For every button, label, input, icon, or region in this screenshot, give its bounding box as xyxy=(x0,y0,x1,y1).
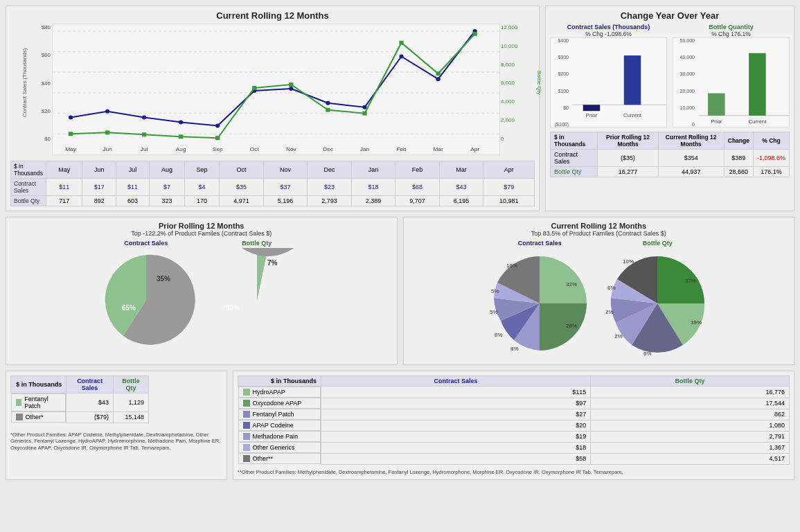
y-left-20: $20 xyxy=(12,108,51,114)
current-label-1: Oxycodone APAP xyxy=(253,400,302,407)
svg-text:93%: 93% xyxy=(226,304,240,312)
svg-point-7 xyxy=(105,109,109,114)
y-right-4000: 4,000 xyxy=(501,98,534,105)
fentanyl-color xyxy=(16,399,22,406)
svg-text:Prior: Prior xyxy=(586,112,598,118)
svg-text:6%: 6% xyxy=(643,351,652,357)
current-pie-subtitle: Top 83.5% of Product Familes (Contract S… xyxy=(408,230,790,237)
svg-rect-48 xyxy=(708,94,725,116)
svg-text:10%: 10% xyxy=(623,258,634,265)
cs-feb: $68 xyxy=(395,179,440,196)
col-sep: Sep xyxy=(184,161,219,179)
yoy-bq-current: 44,937 xyxy=(658,167,724,177)
yoy-cs-row: Contract Sales ($35) $354 $389 -1,098.6% xyxy=(551,150,790,167)
svg-text:Current: Current xyxy=(623,112,642,118)
col-jul: Jul xyxy=(116,161,149,179)
prior-pie-title: Prior Rolling 12 Months xyxy=(10,222,393,230)
bq-jan: 2,389 xyxy=(351,196,395,206)
svg-text:Jan: Jan xyxy=(360,146,369,152)
current-label-cell-5: Other Generics xyxy=(238,442,321,453)
svg-text:Jul: Jul xyxy=(141,146,148,152)
prior-other-cell: Other* xyxy=(11,411,66,423)
current-label-0: HydroAPAP xyxy=(253,389,285,396)
current-qty-3: 1,080 xyxy=(591,420,790,431)
svg-text:Apr: Apr xyxy=(470,146,479,152)
current-pie-title: Current Rolling 12 Months xyxy=(408,222,790,230)
prior-fentanyl-label: Fentanyl Patch xyxy=(24,396,61,409)
cs-mar: $43 xyxy=(439,179,483,196)
svg-text:2%: 2% xyxy=(605,309,614,315)
current-label-cell-4: Methadone Pain xyxy=(238,431,321,442)
yoy-cs-pct-val: -1,098.6% xyxy=(753,150,789,167)
yoy-bq-barchart: 50,00040,00030,00020,00010,0000 Prior Cu… xyxy=(673,37,790,127)
yoy-bottle-qty-chart: Bottle Quantity % Chg 176.1% 50,00040,00… xyxy=(673,24,790,127)
yoy-col-change: Change xyxy=(724,132,753,150)
current-sales-1: $97 xyxy=(321,398,591,409)
col-feb: Feb xyxy=(395,161,440,179)
bq-dec: 2,793 xyxy=(308,196,352,206)
svg-rect-27 xyxy=(399,41,403,45)
curr-col-label: $ in Thousands xyxy=(238,376,321,387)
prior-col-cs: Contract Sales xyxy=(66,376,114,393)
cs-nov: $37 xyxy=(263,179,308,196)
y-left-40: $40 xyxy=(12,80,51,87)
svg-point-12 xyxy=(289,87,293,91)
yoy-panel: Change Year Over Year Contract Sales (Th… xyxy=(545,6,794,211)
y-right-8000: 8,000 xyxy=(501,62,534,68)
prior-bottom-table-panel: $ in Thousands Contract Sales Bottle Qty… xyxy=(6,371,227,480)
current-qty-5: 1,367 xyxy=(591,442,790,453)
bq-nov: 5,196 xyxy=(263,196,308,206)
curr-col-bq: Bottle Qty xyxy=(591,376,790,387)
yoy-col-label: $ in Thousands xyxy=(551,132,598,150)
current-label-6: Other** xyxy=(253,455,274,462)
bq-feb: 9,707 xyxy=(395,196,440,206)
top-row: Current Rolling 12 Months xyxy=(6,6,794,211)
svg-text:May: May xyxy=(65,146,77,152)
y-left-0: $0 xyxy=(12,136,51,142)
current-note: **Other Product Families: Methylphenidat… xyxy=(238,469,790,476)
y-left-title: Contract Sales (Thousands) xyxy=(21,48,28,118)
prior-pie-panel: Prior Rolling 12 Months Top -122.2% of P… xyxy=(6,217,398,365)
svg-text:Current: Current xyxy=(748,118,767,125)
prior-note: *Other Product Families: APAP Codeine, M… xyxy=(10,432,222,452)
main-container: Current Rolling 12 Months xyxy=(0,0,800,486)
current-sales-5: $18 xyxy=(321,442,591,453)
yoy-charts-row: Contract Sales (Thousands) % Chg -1,098.… xyxy=(550,24,790,127)
svg-point-15 xyxy=(399,55,403,59)
svg-text:65%: 65% xyxy=(122,304,136,312)
col-apr: Apr xyxy=(483,161,535,179)
current-bottom-table-panel: $ in Thousands Contract Sales Bottle Qty… xyxy=(233,371,794,480)
svg-text:16%: 16% xyxy=(506,263,517,269)
yoy-bq-change: 28,660 xyxy=(724,167,753,177)
yoy-cs-row-label: Contract Sales xyxy=(551,150,598,167)
contract-sales-row: Contract Sales $11 $17 $11 $7 $4 $35 $37… xyxy=(11,179,535,196)
current-contract-pie: Contract Sales xyxy=(484,240,595,360)
prior-other-qty: 15,148 xyxy=(113,411,148,423)
svg-point-10 xyxy=(215,123,220,127)
current-label-2: Fentanyl Patch xyxy=(253,411,294,418)
svg-text:39%: 39% xyxy=(691,319,702,326)
bq-mar: 6,195 xyxy=(439,196,483,206)
prior-note-wrap: *Other Product Families: APAP Codeine, M… xyxy=(10,432,222,452)
svg-rect-28 xyxy=(436,71,440,76)
color-swatch-6 xyxy=(243,455,250,462)
bottle-qty-row: Bottle Qty 717 892 603 323 170 4,971 5,1… xyxy=(11,196,535,206)
color-swatch-3 xyxy=(243,422,250,429)
y-left-60: $60 xyxy=(12,52,51,58)
svg-rect-24 xyxy=(289,82,293,87)
current-sales-2: $27 xyxy=(321,409,591,420)
y-right-2000: 2,000 xyxy=(501,117,534,123)
svg-point-13 xyxy=(326,101,330,105)
yoy-bq-row-label: Bottle Qty xyxy=(551,167,598,177)
svg-text:6%: 6% xyxy=(495,332,503,338)
cs-oct: $35 xyxy=(220,179,264,196)
svg-rect-20 xyxy=(142,132,146,136)
line-chart-area: May Jun Jul Aug Sep Oct Nov Dec Jan Feb … xyxy=(52,24,500,155)
yoy-title: Change Year Over Year xyxy=(550,10,790,21)
svg-rect-23 xyxy=(252,86,256,90)
yoy-cs-pct: % Chg -1,098.6% xyxy=(550,30,667,37)
svg-text:8%: 8% xyxy=(510,346,519,352)
svg-rect-26 xyxy=(362,112,366,116)
bq-oct: 4,971 xyxy=(220,196,264,206)
yoy-bq-prior: 16,277 xyxy=(598,167,658,177)
